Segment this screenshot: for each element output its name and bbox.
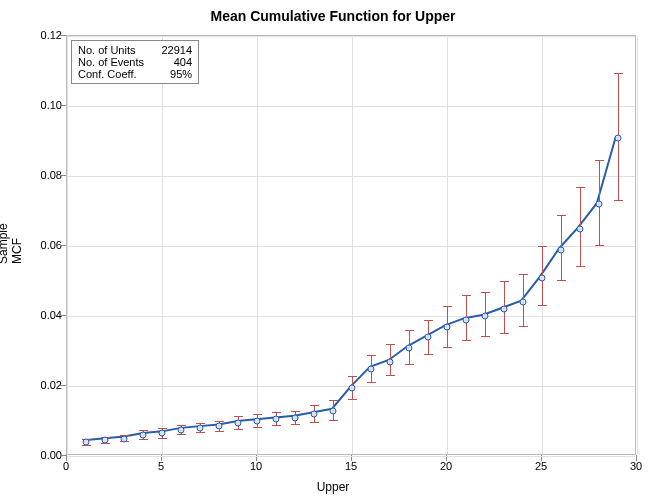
chart-title: Mean Cumulative Function for Upper bbox=[0, 8, 666, 24]
gridline-h bbox=[67, 456, 635, 457]
data-marker bbox=[273, 416, 280, 423]
data-marker bbox=[558, 246, 565, 253]
data-marker bbox=[159, 430, 166, 437]
data-marker bbox=[311, 411, 318, 418]
x-tick-label: 25 bbox=[526, 460, 556, 472]
data-marker bbox=[615, 134, 622, 141]
x-axis-label: Upper bbox=[0, 480, 666, 494]
data-marker bbox=[406, 344, 413, 351]
y-tick-label: 0.04 bbox=[22, 309, 62, 321]
y-axis-label: Sample MCF bbox=[0, 244, 24, 264]
data-marker bbox=[197, 425, 204, 432]
data-marker bbox=[368, 365, 375, 372]
info-events-label: No. of Events bbox=[78, 56, 144, 68]
data-marker bbox=[235, 419, 242, 426]
data-marker bbox=[482, 313, 489, 320]
data-marker bbox=[330, 407, 337, 414]
gridline-v bbox=[637, 36, 638, 454]
y-tick-label: 0.12 bbox=[22, 29, 62, 41]
y-tick-label: 0.06 bbox=[22, 239, 62, 251]
data-marker bbox=[520, 299, 527, 306]
data-marker bbox=[216, 423, 223, 430]
info-box: No. of Units 22914 No. of Events 404 Con… bbox=[71, 40, 199, 84]
info-conf-value: 95% bbox=[152, 68, 192, 80]
data-marker bbox=[83, 439, 90, 446]
data-marker bbox=[140, 432, 147, 439]
data-marker bbox=[463, 316, 470, 323]
data-marker bbox=[425, 334, 432, 341]
data-marker bbox=[596, 201, 603, 208]
info-row-events: No. of Events 404 bbox=[78, 56, 192, 68]
info-conf-label: Conf. Coeff. bbox=[78, 68, 137, 80]
data-marker bbox=[539, 274, 546, 281]
data-marker bbox=[178, 426, 185, 433]
x-tick-label: 5 bbox=[146, 460, 176, 472]
info-row-conf: Conf. Coeff. 95% bbox=[78, 68, 192, 80]
x-tick-label: 10 bbox=[241, 460, 271, 472]
data-marker bbox=[102, 437, 109, 444]
plot-area: No. of Units 22914 No. of Events 404 Con… bbox=[66, 35, 636, 455]
y-tick-label: 0.02 bbox=[22, 379, 62, 391]
info-units-value: 22914 bbox=[152, 44, 192, 56]
x-tick-label: 20 bbox=[431, 460, 461, 472]
info-events-value: 404 bbox=[152, 56, 192, 68]
data-marker bbox=[387, 358, 394, 365]
info-units-label: No. of Units bbox=[78, 44, 135, 56]
data-marker bbox=[254, 418, 261, 425]
y-tick-label: 0.08 bbox=[22, 169, 62, 181]
data-marker bbox=[349, 384, 356, 391]
data-marker bbox=[577, 225, 584, 232]
data-marker bbox=[444, 323, 451, 330]
info-row-units: No. of Units 22914 bbox=[78, 44, 192, 56]
x-tick-label: 0 bbox=[51, 460, 81, 472]
data-marker bbox=[292, 414, 299, 421]
x-tick-label: 15 bbox=[336, 460, 366, 472]
line-series bbox=[67, 36, 635, 454]
data-marker bbox=[501, 306, 508, 313]
data-marker bbox=[121, 435, 128, 442]
x-tick-label: 30 bbox=[621, 460, 651, 472]
y-tick-label: 0.10 bbox=[22, 99, 62, 111]
chart-container: Mean Cumulative Function for Upper Sampl… bbox=[0, 0, 666, 500]
